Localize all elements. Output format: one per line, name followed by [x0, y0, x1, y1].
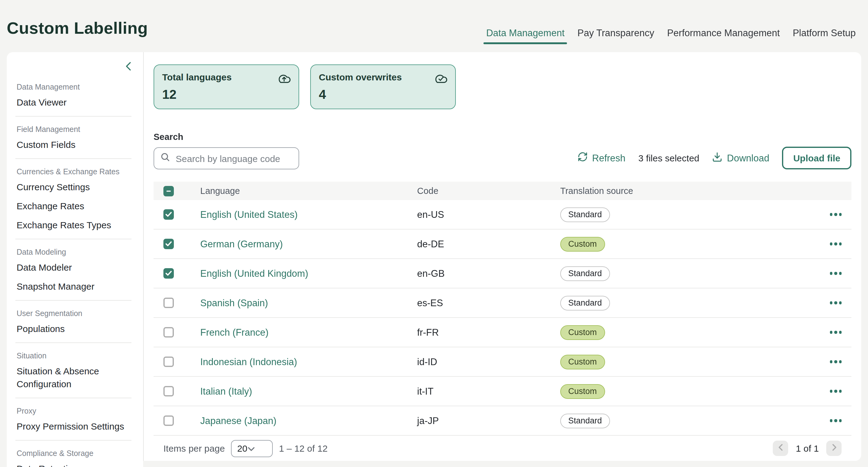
download-button[interactable]: Download	[712, 152, 769, 164]
page-size-select[interactable]: 20	[231, 440, 273, 457]
page-title: Custom Labelling	[7, 19, 148, 38]
sidebar-item-populations[interactable]: Populations	[17, 322, 133, 335]
stat-card-total-languages: Total languages 12	[154, 64, 299, 109]
cloud-check-icon	[434, 71, 448, 85]
stats-row: Total languages 12 Custom overwrites 4	[154, 52, 851, 109]
sidebar-item-exchange-rates[interactable]: Exchange Rates	[17, 199, 133, 212]
sidebar-section-label: User Segmentation	[17, 309, 143, 318]
language-link[interactable]: English (United States)	[200, 209, 417, 220]
row-checkbox[interactable]	[163, 415, 174, 426]
sidebar-divider	[16, 158, 131, 159]
row-actions-button[interactable]	[830, 211, 842, 219]
translation-source-badge: Standard	[560, 296, 610, 310]
table-row: French (France) fr-FR Custom	[154, 318, 851, 347]
table-row: Italian (Italy) it-IT Custom	[154, 377, 851, 406]
upload-file-button[interactable]: Upload file	[782, 147, 851, 169]
languages-table: Language Code Translation source English…	[154, 181, 851, 436]
tab-data-management[interactable]: Data Management	[485, 28, 566, 39]
refresh-button[interactable]: Refresh	[578, 152, 626, 164]
language-link[interactable]: Japanese (Japan)	[200, 415, 417, 426]
row-checkbox[interactable]	[163, 239, 174, 249]
table-row: Indonesian (Indonesia) id-ID Custom	[154, 347, 851, 377]
ellipsis-icon	[830, 390, 842, 393]
sidebar-item-snapshot-manager[interactable]: Snapshot Manager	[17, 280, 133, 293]
stat-value: 12	[162, 87, 290, 102]
table-row: Spanish (Spain) es-ES Standard	[154, 289, 851, 318]
tab-performance-management[interactable]: Performance Management	[666, 28, 781, 39]
code-cell: es-ES	[417, 297, 560, 308]
sidebar-item-proxy-permission-settings[interactable]: Proxy Permission Settings	[17, 420, 133, 433]
table-row: Japanese (Japan) ja-JP Standard	[154, 406, 851, 436]
download-icon	[712, 152, 723, 164]
ellipsis-icon	[830, 331, 842, 334]
row-actions-button[interactable]	[830, 329, 842, 336]
ellipsis-icon	[830, 361, 842, 363]
sidebar-divider	[16, 116, 131, 116]
sidebar-item-situation-absence-configuration[interactable]: Situation & Absence Configuration	[17, 365, 133, 390]
sidebar-section-label: Data Management	[17, 83, 143, 92]
sidebar-item-exchange-rates-types[interactable]: Exchange Rates Types	[17, 219, 133, 231]
sidebar-divider	[16, 398, 131, 398]
select-all-checkbox[interactable]	[163, 186, 174, 196]
row-actions-button[interactable]	[830, 358, 842, 366]
page-size-value: 20	[237, 443, 247, 454]
code-cell: de-DE	[417, 238, 560, 249]
tab-platform-setup[interactable]: Platform Setup	[792, 28, 857, 39]
stat-value: 4	[319, 87, 447, 102]
row-actions-button[interactable]	[830, 270, 842, 277]
row-checkbox[interactable]	[163, 268, 174, 278]
search-input[interactable]	[175, 153, 292, 164]
app-viewport: Custom Labelling Data Management Pay Tra…	[0, 0, 868, 467]
sidebar-section-label: Proxy	[17, 407, 143, 415]
row-actions-button[interactable]	[830, 240, 842, 248]
language-link[interactable]: Italian (Italy)	[200, 386, 417, 397]
code-cell: en-US	[417, 209, 560, 220]
translation-source-badge: Custom	[560, 237, 605, 251]
row-checkbox[interactable]	[163, 386, 174, 396]
code-cell: ja-JP	[417, 415, 560, 426]
sidebar-item-data-modeler[interactable]: Data Modeler	[17, 261, 133, 274]
sidebar-collapse-button[interactable]	[122, 61, 134, 73]
row-actions-button[interactable]	[830, 299, 842, 307]
sidebar-section-label: Data Modeling	[17, 248, 143, 257]
table-footer: Items per page 20 1 – 12 of 12 1 of 1	[154, 436, 851, 461]
language-link[interactable]: Spanish (Spain)	[200, 297, 417, 308]
table-header-row: Language Code Translation source	[154, 181, 851, 200]
row-checkbox[interactable]	[163, 327, 174, 337]
language-link[interactable]: German (Germany)	[200, 238, 417, 249]
language-link[interactable]: French (France)	[200, 327, 417, 338]
row-checkbox[interactable]	[163, 357, 174, 367]
translation-source-badge: Custom	[560, 325, 605, 340]
stat-label: Total languages	[162, 72, 290, 82]
ellipsis-icon	[830, 420, 842, 422]
search-icon	[160, 152, 170, 164]
top-nav: Data Management Pay Transparency Perform…	[485, 28, 857, 39]
sidebar-item-data-viewer[interactable]: Data Viewer	[17, 96, 133, 109]
next-page-button[interactable]	[826, 441, 842, 456]
sidebar-item-data-retention[interactable]: Data Retention	[17, 462, 133, 467]
controls-row: Refresh 3 files selected Download	[154, 147, 851, 169]
ellipsis-icon	[830, 302, 842, 304]
language-link[interactable]: English (United Kingdom)	[200, 268, 417, 279]
page-indicator: 1 of 1	[796, 443, 819, 454]
language-link[interactable]: Indonesian (Indonesia)	[200, 356, 417, 367]
sidebar-item-custom-fields[interactable]: Custom Fields	[17, 138, 133, 151]
sidebar-section-label: Situation	[17, 352, 143, 360]
refresh-icon	[578, 152, 588, 164]
code-cell: it-IT	[417, 386, 560, 397]
previous-page-button[interactable]	[773, 441, 788, 456]
table-row: English (United Kingdom) en-GB Standard	[154, 259, 851, 289]
cloud-upload-icon	[277, 71, 291, 85]
row-actions-button[interactable]	[830, 417, 842, 425]
tab-pay-transparency[interactable]: Pay Transparency	[576, 28, 655, 39]
ellipsis-icon	[830, 272, 842, 275]
chevron-right-icon	[832, 444, 836, 453]
row-actions-button[interactable]	[830, 388, 842, 395]
toolbar-actions: Refresh 3 files selected Download	[578, 147, 851, 169]
pagination: 1 of 1	[773, 441, 842, 456]
row-checkbox[interactable]	[163, 298, 174, 308]
sidebar-divider	[16, 342, 131, 343]
row-checkbox[interactable]	[163, 209, 174, 220]
sidebar-item-currency-settings[interactable]: Currency Settings	[17, 180, 133, 193]
ellipsis-icon	[830, 213, 842, 216]
